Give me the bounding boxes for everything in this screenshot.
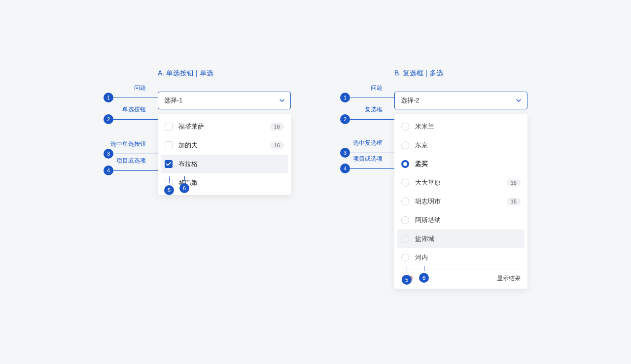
anno-num: 2 [104, 114, 113, 124]
section-b-title: B. 复选框 | 多选 [394, 69, 527, 78]
option-b-1[interactable]: 东京 [397, 136, 525, 155]
option-label: 米米兰 [415, 122, 521, 131]
anno-line [350, 153, 394, 153]
anno-line [113, 119, 158, 120]
anno-num: 2 [340, 114, 350, 124]
letter-a: A. [158, 69, 164, 77]
annotation-b2: 2 复选框 [340, 114, 394, 124]
option-a-0[interactable]: 福塔莱萨 16 [161, 117, 288, 136]
option-label: 布拉格 [178, 160, 284, 168]
anno-line [424, 266, 424, 271]
checkbox-checked-icon [165, 160, 173, 168]
option-b-2[interactable]: 孟买 [397, 155, 525, 173]
anno-line [113, 154, 158, 154]
anno-text: 问题 [134, 84, 146, 92]
annotation-b6: 标签 6 [419, 266, 429, 283]
anno-num: 5 [164, 185, 174, 195]
anno-num: 1 [104, 93, 113, 102]
annotation-4: 4 项目或选项 [104, 165, 158, 175]
option-label: 河内 [415, 253, 521, 262]
section-radio: A. 单选按钮 | 单选 选择-1 福塔莱萨 16 加的夫 16 [158, 69, 291, 195]
letter-b: B. [394, 69, 401, 77]
select-value-a: 选择-1 [164, 96, 183, 105]
dropdown-a: 福塔莱萨 16 加的夫 16 布拉格 黎巴嫩 [158, 114, 291, 195]
show-results-button[interactable]: 显示结果 [497, 274, 521, 283]
option-a-2[interactable]: 布拉格 [161, 155, 288, 173]
option-b-7[interactable]: 河内 [397, 248, 525, 267]
count-badge: 16 [507, 198, 521, 205]
option-label: 黎巴嫩 [178, 178, 284, 187]
annotation-5: 选择器 5 [164, 176, 174, 195]
annotation-1: 1 问题 [104, 93, 158, 102]
anno-line [350, 119, 394, 120]
anno-num: 3 [340, 148, 350, 158]
section-checkbox: B. 复选框 | 多选 选择-2 米米兰 东京 孟买 [394, 69, 527, 289]
anno-line [184, 176, 185, 181]
select-input-b[interactable]: 选择-2 [394, 92, 527, 109]
chevron-down-icon [516, 98, 521, 103]
option-label: 东京 [415, 141, 521, 150]
option-label: 胡志明市 [415, 197, 507, 206]
anno-text: 项目或选项 [116, 157, 146, 165]
annotation-2: 2 单选按钮 [104, 114, 158, 124]
anno-text: 问题 [371, 84, 383, 92]
dropdown-b: 米米兰 东京 孟买 大大草原 16 胡志明市 16 阿斯塔 [394, 114, 527, 289]
annotation-b5: 选择器 5 [402, 266, 412, 285]
option-label: 大大草原 [415, 178, 507, 187]
radio-icon [401, 123, 409, 131]
annotation-6: 标签 6 [179, 176, 189, 193]
annotation-b4: 4 项目或选项 [340, 164, 394, 173]
option-b-3[interactable]: 大大草原 16 [397, 173, 525, 192]
section-a-title: A. 单选按钮 | 单选 [158, 69, 291, 78]
anno-line [113, 98, 158, 98]
option-label: 加的夫 [178, 141, 270, 150]
radio-icon [401, 216, 409, 224]
annotation-b1: 1 问题 [340, 93, 394, 102]
anno-text: 项目或选项 [353, 155, 383, 163]
select-input-a[interactable]: 选择-1 [158, 92, 291, 109]
select-value-b: 选择-2 [401, 96, 420, 105]
anno-num: 5 [402, 275, 412, 285]
option-b-0[interactable]: 米米兰 [397, 117, 525, 136]
anno-line [350, 98, 394, 98]
anno-num: 4 [340, 164, 350, 173]
option-label: 福塔莱萨 [178, 122, 270, 131]
anno-text: 选中单选按钮 [110, 140, 146, 148]
dropdown-footer: 清除 显示结果 [397, 269, 525, 286]
count-badge: 16 [270, 123, 284, 131]
option-b-5[interactable]: 阿斯塔纳 [397, 211, 525, 230]
anno-text: 复选框 [365, 105, 383, 114]
option-label: 阿斯塔纳 [415, 216, 521, 225]
title-a-text: 单选按钮 | 单选 [166, 69, 213, 77]
anno-line [407, 266, 407, 273]
anno-line [113, 170, 158, 171]
option-a-1[interactable]: 加的夫 16 [161, 136, 288, 155]
anno-num: 1 [340, 93, 350, 102]
anno-num: 6 [179, 183, 189, 193]
anno-num: 4 [104, 165, 113, 175]
radio-icon [401, 141, 409, 149]
anno-line [169, 176, 170, 183]
anno-line [350, 168, 394, 169]
title-b-text: 复选框 | 多选 [403, 69, 443, 77]
anno-text: 选中复选框 [353, 139, 383, 147]
anno-num: 6 [419, 273, 429, 283]
checkbox-icon [165, 123, 173, 131]
chevron-down-icon [280, 98, 284, 103]
checkbox-icon [165, 141, 173, 149]
option-b-6[interactable]: 盐湖城 [397, 230, 525, 248]
count-badge: 16 [507, 179, 521, 187]
radio-icon [401, 179, 409, 187]
anno-text: 单选按钮 [122, 105, 146, 114]
radio-checked-icon [401, 160, 409, 168]
radio-icon [401, 254, 409, 262]
option-label: 孟买 [415, 160, 521, 168]
anno-num: 3 [104, 149, 113, 159]
radio-icon [401, 198, 409, 205]
count-badge: 16 [270, 141, 284, 149]
radio-icon [401, 235, 409, 243]
option-label: 盐湖城 [415, 234, 521, 243]
option-b-4[interactable]: 胡志明市 16 [397, 192, 525, 211]
